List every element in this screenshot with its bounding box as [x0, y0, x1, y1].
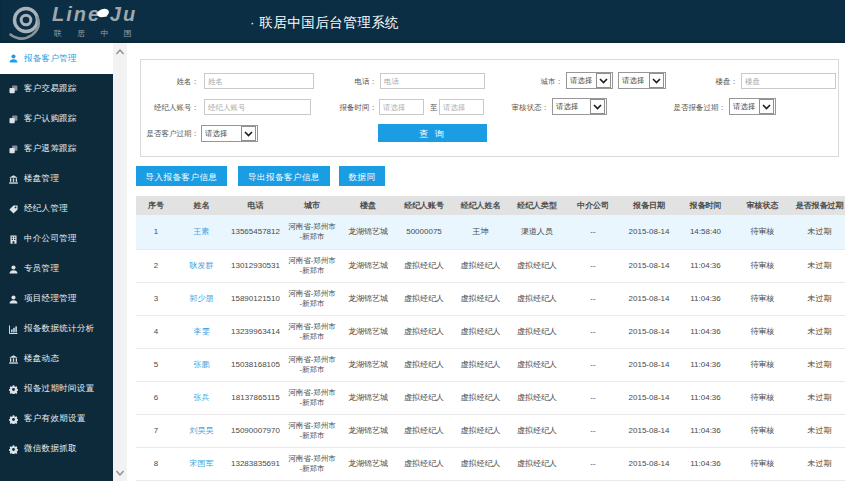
- table-row[interactable]: 3郭少朋15890121510河南省-郑州市-新郑市龙湖锦艺城虚拟经纪人虚拟经纪…: [136, 283, 845, 316]
- cell-city: 河南省-郑州市-新郑市: [284, 222, 340, 242]
- cell-date: 2015-08-14: [621, 459, 677, 469]
- cell-city: 河南省-郑州市-新郑市: [284, 322, 340, 342]
- cell-no: 8: [136, 459, 176, 469]
- customer-expired-select[interactable]: 请选择: [201, 125, 258, 142]
- table-row[interactable]: 8宋国军13283835691河南省-郑州市-新郑市龙湖锦艺城虚拟经纪人虚拟经纪…: [136, 448, 845, 481]
- sidebar-item-customer-trade-track[interactable]: 客户交易跟踪: [0, 74, 113, 104]
- table-row[interactable]: 2耿发群13012930531河南省-郑州市-新郑市龙湖锦艺城虚拟经纪人虚拟经纪…: [136, 250, 845, 283]
- cell-date: 2015-08-14: [621, 360, 677, 370]
- sidebar-item-label: 客户交易跟踪: [24, 83, 77, 95]
- cell-agent_name: 虚拟经纪人: [452, 294, 509, 304]
- col-time: 报备时间: [677, 201, 734, 211]
- page-title: · 联居中国后台管理系统: [250, 0, 399, 43]
- scroll-up-icon[interactable]: [115, 47, 125, 57]
- cell-phone: 15090007970: [227, 426, 284, 436]
- col-phone: 电话: [227, 201, 284, 211]
- report-time-to-input[interactable]: [439, 99, 484, 115]
- cell-name[interactable]: 王素: [176, 227, 227, 237]
- chevron-down-icon: [596, 73, 611, 88]
- cell-phone: 15890121510: [227, 294, 284, 304]
- cell-agent_name: 虚拟经纪人: [452, 393, 509, 403]
- cell-name[interactable]: 耿发群: [176, 261, 227, 271]
- report-expired-select[interactable]: 请选择: [729, 98, 776, 115]
- cell-agent_account: 50000075: [396, 227, 452, 237]
- cell-expired: 未过期: [791, 360, 845, 370]
- table-row[interactable]: 4李雯13239963414河南省-郑州市-新郑市龙湖锦艺城虚拟经纪人虚拟经纪人…: [136, 316, 845, 349]
- cell-estate: 龙湖锦艺城: [340, 360, 396, 370]
- search-button[interactable]: 查 询: [378, 124, 487, 142]
- table-row[interactable]: 6张兵18137865115河南省-郑州市-新郑市龙湖锦艺城虚拟经纪人虚拟经纪人…: [136, 382, 845, 415]
- scroll-down-icon[interactable]: [115, 468, 125, 478]
- col-name: 姓名: [176, 201, 227, 211]
- cell-name[interactable]: 李雯: [176, 327, 227, 337]
- chart-icon: [8, 324, 19, 335]
- sidebar-item-agency-company-mgmt[interactable]: 中介公司管理: [0, 224, 113, 254]
- cell-phone: 13565457812: [227, 227, 284, 237]
- cell-expired: 未过期: [791, 393, 845, 403]
- estate-input[interactable]: [741, 73, 836, 89]
- sidebar-item-label: 客户退筹跟踪: [24, 143, 77, 155]
- chevron-down-icon: [241, 126, 256, 141]
- cell-time: 11:04:36: [677, 426, 734, 436]
- sidebar-item-label: 报备客户管理: [24, 53, 77, 65]
- import-button[interactable]: 导入报备客户信息: [136, 166, 227, 186]
- sidebar-scrollbar[interactable]: [113, 43, 127, 481]
- sidebar-item-label: 经纪人管理: [24, 203, 68, 215]
- phone-input[interactable]: [380, 73, 485, 89]
- table-row[interactable]: 1王素13565457812河南省-郑州市-新郑市龙湖锦艺城50000075王坤…: [136, 215, 845, 250]
- bank-icon: [8, 174, 19, 185]
- cell-time: 11:04:36: [677, 327, 734, 337]
- app-root: Line-Ju 联 居 中 国 · 联居中国后台管理系统 报备客户管理客户交易跟…: [0, 0, 845, 481]
- cell-phone: 13012930531: [227, 261, 284, 271]
- cell-agent_type: 虚拟经纪人: [509, 426, 565, 436]
- table-row[interactable]: 5张鹏15038168105河南省-郑州市-新郑市龙湖锦艺城虚拟经纪人虚拟经纪人…: [136, 349, 845, 382]
- cell-status: 待审核: [734, 393, 791, 403]
- cell-phone: 15038168105: [227, 360, 284, 370]
- sidebar-item-specialist-mgmt[interactable]: 专员管理: [0, 254, 113, 284]
- app-header: Line-Ju 联 居 中 国 · 联居中国后台管理系统: [0, 0, 845, 43]
- sidebar-item-report-customer-mgmt[interactable]: 报备客户管理: [0, 43, 113, 74]
- sidebar-item-customer-refund-track[interactable]: 客户退筹跟踪: [0, 134, 113, 164]
- cell-status: 待审核: [734, 459, 791, 469]
- agent-account-input[interactable]: [204, 99, 311, 115]
- cubes-icon: [8, 84, 19, 95]
- customer-expired-label: 是否客户过期：: [147, 127, 200, 141]
- cell-company: --: [565, 327, 621, 337]
- building-icon: [8, 234, 19, 245]
- cell-name[interactable]: 张鹏: [176, 360, 227, 370]
- cell-city: 河南省-郑州市-新郑市: [284, 289, 340, 309]
- sidebar-item-label: 楼盘动态: [24, 353, 59, 365]
- sidebar-item-report-expiry-settings[interactable]: 报备过期时间设置: [0, 374, 113, 404]
- city-district-select[interactable]: 请选择: [618, 72, 666, 89]
- sidebar-item-project-manager-mgmt[interactable]: 项目经理管理: [0, 284, 113, 314]
- cell-time: 11:04:36: [677, 294, 734, 304]
- cell-name[interactable]: 宋国军: [176, 459, 227, 469]
- sidebar-item-estate-news[interactable]: 楼盘动态: [0, 344, 113, 374]
- sidebar-item-agent-mgmt[interactable]: 经纪人管理: [0, 194, 113, 224]
- sync-button[interactable]: 数据同步: [339, 166, 385, 186]
- sidebar-item-report-data-stats[interactable]: 报备数据统计分析: [0, 314, 113, 344]
- cell-agent_name: 王坤: [452, 227, 509, 237]
- cell-date: 2015-08-14: [621, 327, 677, 337]
- city-province-select[interactable]: 请选择: [566, 72, 613, 89]
- cell-name[interactable]: 郭少朋: [176, 294, 227, 304]
- phone-label: 电话：: [355, 75, 378, 89]
- audit-status-select[interactable]: 请选择: [552, 98, 607, 115]
- cell-name[interactable]: 刘昊昊: [176, 426, 227, 436]
- sidebar-item-customer-subscribe-track[interactable]: 客户认购跟踪: [0, 104, 113, 134]
- cell-name[interactable]: 张兵: [176, 393, 227, 403]
- cell-time: 11:04:36: [677, 459, 734, 469]
- report-table: 序号姓名电话城市楼盘经纪人账号经纪人姓名经纪人类型中介公司报备日期报备时间审核状…: [136, 196, 845, 481]
- report-time-from-input[interactable]: [379, 99, 424, 115]
- sidebar-item-wechat-data-scrape[interactable]: 微信数据抓取: [0, 434, 113, 464]
- sidebar-item-customer-validity-settings[interactable]: 客户有效期设置: [0, 404, 113, 434]
- name-input[interactable]: [204, 73, 314, 89]
- cell-phone: 13283835691: [227, 459, 284, 469]
- user-icon: [8, 294, 19, 305]
- col-expired: 是否报备过期: [791, 201, 845, 211]
- table-row[interactable]: 7刘昊昊15090007970河南省-郑州市-新郑市龙湖锦艺城虚拟经纪人虚拟经纪…: [136, 415, 845, 448]
- export-button[interactable]: 导出报备客户信息: [238, 166, 330, 186]
- cell-agent_account: 虚拟经纪人: [396, 393, 452, 403]
- cell-expired: 未过期: [791, 327, 845, 337]
- sidebar-item-estate-mgmt[interactable]: 楼盘管理: [0, 164, 113, 194]
